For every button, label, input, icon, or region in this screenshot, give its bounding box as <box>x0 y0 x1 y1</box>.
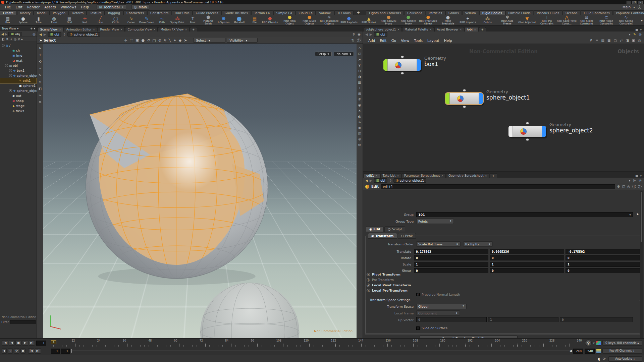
viewport-settings-icon[interactable]: ⚙ <box>358 143 361 147</box>
shelf-tab[interactable]: Grains <box>445 10 462 15</box>
shelf-tool[interactable]: ✳ RBD Instanced Objects <box>319 15 339 25</box>
tree-item[interactable]: + ❖ sphere_object2 <box>0 88 37 93</box>
shelf-tab[interactable]: Model <box>34 10 50 15</box>
camera-icon[interactable]: ◉ <box>358 33 361 36</box>
pane-tab[interactable]: Geometry Spreadsheet✕ <box>446 173 489 178</box>
shelf-tab[interactable]: Volume <box>316 10 334 15</box>
current-frame-marker[interactable]: 1 <box>51 340 56 344</box>
edges-mode-icon[interactable]: ⟲ <box>147 38 150 43</box>
shelf-tool[interactable]: ⁂ Debris <box>478 15 497 25</box>
vector-x-field[interactable]: 0.175502 <box>414 249 488 254</box>
network-node[interactable]: Geometry sphere_object2 <box>508 126 546 137</box>
shelf-overflow-icon[interactable]: ▸ <box>640 18 644 22</box>
up-vector-y-field[interactable]: 1 <box>488 317 558 322</box>
chevron-down-icon[interactable]: ▾ <box>640 174 642 178</box>
move-tool-icon[interactable]: ✛ <box>39 53 41 57</box>
shelf-tab[interactable]: Particle Fluids <box>505 10 534 15</box>
target-tool-icon[interactable]: ⊚ <box>39 100 41 104</box>
menu-item[interactable]: Edit <box>377 38 389 43</box>
back-icon[interactable]: ◀ <box>1 32 4 36</box>
pane-tab[interactable]: /obj/sphere_object1✕ <box>364 27 402 32</box>
pane-tab[interactable]: Asset Browser✕ <box>434 27 464 32</box>
node-render-flag[interactable] <box>417 59 421 71</box>
frame-range-slider[interactable]: ◀ <box>71 349 572 353</box>
close-icon[interactable]: ✕ <box>430 28 432 31</box>
camera-badge[interactable]: No cam▾ <box>334 52 354 56</box>
shelf-tool[interactable]: ▮ Tube <box>31 15 46 25</box>
scrollbar[interactable] <box>640 191 643 338</box>
menu-item[interactable]: Help <box>78 5 91 9</box>
camera-icon[interactable]: ◉ <box>358 103 361 107</box>
shelf-tool[interactable]: ❄ RBD Auto Freeze <box>497 15 517 25</box>
info-icon[interactable]: i <box>632 185 636 188</box>
tree-item[interactable]: − ◍ / <box>0 43 37 48</box>
realtime-toggle-icon[interactable]: ◆ <box>2 348 7 354</box>
pane-tab[interactable]: Composite View✕ <box>125 27 158 32</box>
home-view-icon[interactable]: ⌂ <box>359 46 361 50</box>
scrollbar-thumb[interactable] <box>641 192 642 242</box>
node-input-connector[interactable] <box>463 89 466 92</box>
tree-item[interactable]: ◕ mat <box>0 58 37 63</box>
pin-icon[interactable]: ⊩ <box>633 179 636 182</box>
selection-type-dropdown[interactable]: Select ▾ <box>193 38 225 43</box>
shelf-tool[interactable]: ◯ Circle <box>108 15 123 25</box>
vector-z-field[interactable]: -0.175502 <box>566 249 640 254</box>
shelf-tab[interactable]: Oceans <box>562 10 580 15</box>
menu-item[interactable]: File <box>3 5 13 9</box>
close-icon[interactable]: ✕ <box>460 28 462 31</box>
tree-expander-icon[interactable]: − <box>9 74 12 77</box>
shelf-tab[interactable]: TD Tools <box>334 10 354 15</box>
list-view-icon[interactable]: ≡ <box>595 39 598 42</box>
prev-key-button[interactable]: |◀ <box>28 348 34 354</box>
shelf-tool[interactable]: ⊂ RBD Hinge Constraint <box>596 15 616 25</box>
chevron-down-icon[interactable]: ▾ <box>629 213 631 217</box>
back-icon[interactable]: ◀ <box>365 33 368 36</box>
jump-end-button[interactable]: ▶| <box>29 340 35 346</box>
vector-z-field[interactable]: 0 <box>566 255 640 260</box>
menu-item[interactable]: Layout <box>425 38 442 43</box>
delete-icon[interactable]: ⬚ <box>130 38 133 43</box>
split-pane-button[interactable]: + <box>30 27 33 30</box>
shelf-tool[interactable]: ❋ L-System <box>216 15 231 25</box>
forward-icon[interactable]: ▶ <box>44 33 46 36</box>
shelf-tool[interactable]: ⬣ RBD Sphere Proxy <box>398 15 418 25</box>
node-render-flag[interactable] <box>542 126 546 137</box>
path-crumb-root[interactable]: ▦ obj <box>374 32 387 37</box>
swap-icon[interactable]: ⇄ <box>620 39 623 42</box>
shelf-tool[interactable]: T Font <box>185 15 201 25</box>
laser-select-icon[interactable]: ◆ <box>179 38 181 43</box>
frame-icon[interactable]: ◱ <box>622 185 625 188</box>
shelf-tab[interactable]: Particles <box>426 10 445 15</box>
filter-input[interactable] <box>10 320 36 324</box>
ortho-views-icon[interactable]: # <box>358 98 361 101</box>
expand-icon[interactable]: + <box>367 289 370 292</box>
select-all-icon[interactable]: ➤ <box>184 38 187 43</box>
shelf-tab[interactable]: Deform <box>69 10 87 15</box>
select-group-arrow-icon[interactable]: ➤ <box>636 212 639 216</box>
main-dropdown[interactable]: ◎ Main <box>131 4 149 10</box>
vector-y-field[interactable]: 0.0665236 <box>490 249 564 254</box>
set-key-button[interactable]: ⚲ <box>585 340 592 346</box>
pane-tab[interactable]: Animation Editor✕ <box>64 27 97 32</box>
tree-item[interactable]: ◆ tasks <box>0 108 37 113</box>
display-options-icon[interactable]: ≡ <box>358 126 361 130</box>
network-boxes-icon[interactable]: ▤ <box>601 39 604 42</box>
pane-menu-icon[interactable]: ■ <box>635 28 638 32</box>
find-icon[interactable]: ◎ <box>638 39 641 42</box>
shelf-tab[interactable]: Polygon <box>50 10 68 15</box>
pane-tab[interactable]: Material Palette✕ <box>402 27 434 32</box>
lasso-icon[interactable]: ╲ <box>169 38 171 43</box>
help-icon[interactable]: ? <box>638 5 641 9</box>
shelf-tab[interactable]: Populate Containers <box>613 10 644 15</box>
close-icon[interactable]: ✕ <box>397 28 399 31</box>
shelf-tool[interactable]: ⤳ Path <box>154 15 170 25</box>
shelf-tab[interactable]: Terrain FX <box>251 10 273 15</box>
visibility-mask-icon[interactable]: ⊘ <box>358 137 361 141</box>
edit-tool-icon[interactable]: ✎ <box>39 73 41 77</box>
close-icon[interactable]: ✕ <box>375 174 378 177</box>
tree-expander-icon[interactable]: − <box>5 64 8 67</box>
menu-item[interactable]: Edit <box>13 5 25 9</box>
smooth-shading-icon[interactable]: ∿ <box>358 120 361 124</box>
menu-item[interactable]: Tools <box>412 38 425 43</box>
node-display-flag[interactable] <box>383 59 388 71</box>
